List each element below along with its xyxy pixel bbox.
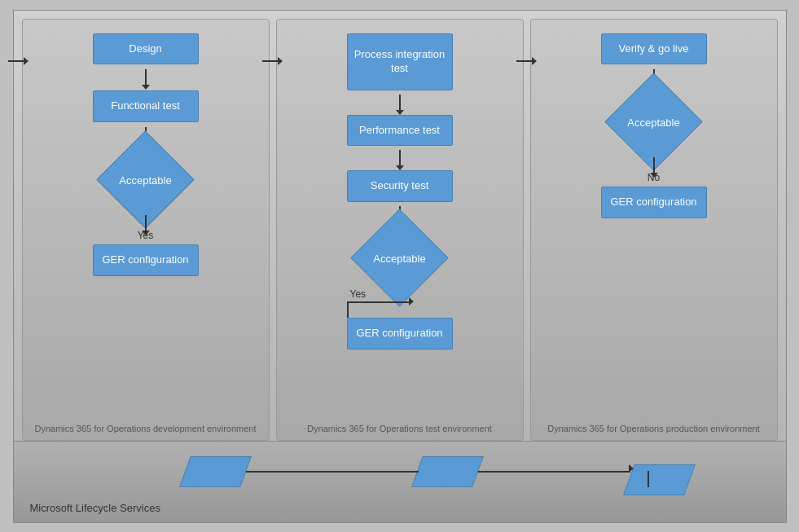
ger-config-prod: GER configuration xyxy=(601,187,707,218)
no-row-prod xyxy=(601,157,707,174)
arrow-head-dev xyxy=(24,57,29,65)
diagram-container: Design Functional test Acceptable Yes xyxy=(13,10,787,523)
acceptable-diamond-dev: Acceptable xyxy=(93,152,199,209)
dev-column: Design Functional test Acceptable Yes xyxy=(22,19,270,441)
acceptable-label-test: Acceptable xyxy=(373,253,425,265)
bottom-connect-3 xyxy=(478,471,630,473)
security-test-box: Security test xyxy=(347,170,453,202)
arrow-1-dev xyxy=(145,69,147,86)
test-col-label: Dynamics 365 for Operations test environ… xyxy=(277,423,523,434)
arrow-2-test xyxy=(399,150,401,166)
bottom-connect-2 xyxy=(648,471,649,487)
columns-area: Design Functional test Acceptable Yes xyxy=(14,11,786,441)
yes-row-dev xyxy=(93,215,199,231)
arrow-head-prod xyxy=(532,57,537,65)
arrow-head-test xyxy=(278,57,283,65)
design-box: Design xyxy=(93,33,199,65)
bottom-area: Microsoft Lifecycle Services xyxy=(14,441,786,522)
acceptable-diamond-prod: Acceptable xyxy=(601,94,707,151)
test-flow: Process integration test Performance tes… xyxy=(285,29,515,350)
bottom-arrow-3 xyxy=(629,464,634,473)
performance-test-box: Performance test xyxy=(347,115,453,147)
dev-col-label: Dynamics 365 for Operations development … xyxy=(23,423,269,434)
bottom-connect-1 xyxy=(246,471,419,473)
acceptable-label-dev: Acceptable xyxy=(119,174,171,187)
entry-line-dev xyxy=(8,60,24,62)
prod-column: Verify & go live Acceptable No GER confi… xyxy=(530,19,778,441)
process-integration-box: Process integration test xyxy=(347,33,453,90)
entry-line-prod xyxy=(516,60,533,62)
prod-flow: Verify & go live Acceptable No GER confi… xyxy=(539,29,769,219)
acceptable-label-prod: Acceptable xyxy=(627,117,679,129)
ger-config-dev: GER configuration xyxy=(93,244,199,276)
yes-arrow-test xyxy=(409,297,414,306)
arrow-1-test xyxy=(399,95,401,111)
entry-arrow-test xyxy=(262,60,279,62)
entry-line-test xyxy=(262,60,279,62)
ger-config-test: GER configuration xyxy=(347,318,453,350)
dev-flow: Design Functional test Acceptable Yes xyxy=(31,29,261,277)
bottom-label: Microsoft Lifecycle Services xyxy=(30,502,160,514)
entry-arrow-dev xyxy=(8,60,24,62)
yes-connector-test: Yes xyxy=(347,290,453,314)
parallelogram-3 xyxy=(623,464,696,495)
entry-arrow-prod xyxy=(516,60,533,62)
no-arrow-prod xyxy=(653,157,655,174)
parallelogram-1 xyxy=(179,456,252,487)
verify-go-live-box: Verify & go live xyxy=(601,33,707,65)
test-column: Process integration test Performance tes… xyxy=(276,19,524,441)
parallelogram-2 xyxy=(411,456,484,487)
yes-h-line-test xyxy=(347,301,412,303)
yes-label-test: Yes xyxy=(350,288,367,300)
functional-test-box: Functional test xyxy=(93,90,199,122)
yes-v-line-test xyxy=(347,301,349,318)
yes-arrow-dev xyxy=(145,215,147,231)
prod-col-label: Dynamics 365 for Operations production e… xyxy=(531,423,777,434)
acceptable-diamond-test: Acceptable xyxy=(347,230,453,287)
